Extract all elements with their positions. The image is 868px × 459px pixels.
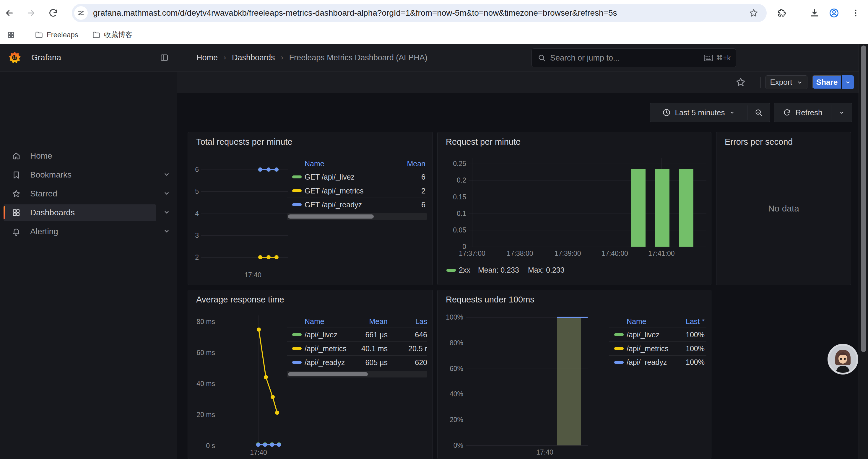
sidebar-item-alerting[interactable]: Alerting	[4, 223, 156, 240]
favorite-star-icon[interactable]	[734, 76, 747, 89]
bookmark-star-icon[interactable]	[745, 8, 763, 18]
legend-col-last[interactable]: Las	[390, 317, 427, 326]
series-chip	[292, 361, 302, 364]
breadcrumb-separator: ›	[224, 54, 226, 62]
legend-col-name[interactable]: Name	[305, 317, 354, 326]
legend-row[interactable]: /api/_livez 661 µs 646	[287, 328, 427, 341]
forward-icon[interactable]	[25, 7, 37, 19]
dashboard-canvas: Last 5 minutes Refresh Total requests pe…	[177, 93, 868, 459]
legend-row[interactable]: /api/_metrics 100%	[609, 341, 706, 355]
y-axis-tick-label: 20%	[437, 416, 463, 424]
legend-row[interactable]: GET /api/_livez 6	[287, 170, 427, 184]
y-axis-tick-label: 100%	[437, 314, 463, 321]
y-axis-tick-label: 40 ms	[188, 380, 215, 388]
refresh-button[interactable]: Refresh	[774, 103, 831, 122]
dock-menu-icon[interactable]	[159, 53, 169, 62]
breadcrumb-dashboards[interactable]: Dashboards	[232, 53, 275, 62]
panel-errors-per-second[interactable]: Errors per second No data	[716, 132, 851, 285]
legend-col-mean[interactable]: Mean	[392, 160, 427, 168]
series-name[interactable]: GET /api/_metrics	[305, 187, 392, 195]
legend-row[interactable]: /api/_metrics 40.1 ms 20.5 r	[287, 341, 427, 355]
panel-request-per-minute[interactable]: Request per minute 0.250.20.150.10.05017…	[437, 132, 711, 285]
legend-row[interactable]: /api/_readyz 100%	[609, 355, 706, 369]
site-settings-icon[interactable]	[74, 6, 88, 20]
series-name[interactable]: /api/_livez	[305, 330, 354, 339]
panel-average-response-time[interactable]: Average response time 80 ms60 ms40 ms20 …	[188, 290, 433, 459]
sidebar-item-bookmarks[interactable]: Bookmarks	[4, 167, 156, 183]
apps-grid-icon[interactable]	[7, 31, 15, 39]
legend-row[interactable]: GET /api/_metrics 2	[287, 184, 427, 198]
back-icon[interactable]	[4, 7, 16, 19]
legend-inline[interactable]: 2xx Mean: 0.233 Max: 0.233	[446, 266, 565, 274]
sidebar-item-starred[interactable]: Starred	[4, 186, 156, 202]
legend-scrollbar[interactable]	[287, 371, 427, 378]
bookmarks-divider	[26, 31, 26, 39]
share-button[interactable]: Share	[812, 75, 841, 89]
extensions-icon[interactable]	[776, 7, 788, 19]
sidebar-item-home[interactable]: Home	[4, 148, 156, 164]
x-axis-tick-label: 17:39:00	[555, 250, 581, 258]
requests-under-100ms-area-chart: 100%80%60%40%20%0%17:40	[466, 317, 588, 446]
legend-col-name[interactable]: Name	[305, 160, 392, 168]
chevron-down-icon[interactable]	[162, 189, 172, 197]
gridline-y	[466, 446, 588, 446]
legend-row[interactable]: GET /api/_readyz 6	[287, 198, 427, 211]
chevron-down-icon[interactable]	[162, 208, 172, 216]
gridline-x	[472, 158, 472, 247]
series-last: 620	[390, 358, 427, 367]
scrollbar-thumb[interactable]	[288, 215, 374, 219]
legend-table: Name Mean Las /api/_livez 661 µs 646 /ap…	[287, 315, 427, 379]
downloads-icon[interactable]	[809, 7, 820, 19]
panel-requests-under-100ms[interactable]: Requests under 100ms 100%80%60%40%20%0%1…	[437, 290, 711, 459]
page-scrollbar[interactable]	[859, 44, 868, 459]
search-input[interactable]: Search or jump to... ⌘+k	[531, 48, 736, 67]
legend-scrollbar[interactable]	[287, 213, 427, 220]
series-name[interactable]: GET /api/_livez	[305, 173, 392, 182]
chevron-down-icon[interactable]	[162, 227, 172, 235]
legend-col-name[interactable]: Name	[627, 317, 671, 326]
panel-title: Request per minute	[446, 137, 521, 147]
profile-icon[interactable]	[828, 7, 840, 19]
share-menu-button[interactable]	[842, 75, 854, 89]
legend-row[interactable]: /api/_livez 100%	[609, 328, 706, 341]
export-label: Export	[770, 78, 792, 87]
scrollbar-thumb[interactable]	[861, 45, 866, 352]
sidebar-item-dashboards[interactable]: Dashboards	[4, 204, 156, 221]
time-range-picker[interactable]: Last 5 minutes	[650, 103, 747, 122]
series-name[interactable]: /api/_readyz	[627, 358, 671, 366]
refresh-group: Refresh	[774, 103, 852, 122]
series-name[interactable]: /api/_readyz	[305, 358, 354, 367]
series-name[interactable]: /api/_metrics	[305, 345, 354, 353]
y-axis-tick-label: 2	[188, 253, 199, 261]
series-name[interactable]: GET /api/_readyz	[305, 201, 392, 209]
legend-col-mean[interactable]: Mean	[354, 317, 390, 326]
series-name[interactable]: 2xx	[459, 266, 470, 274]
grafana-logo[interactable]	[9, 52, 21, 64]
url-text[interactable]: grafana.mathmast.com/d/deytv4rwavabkb/fr…	[93, 8, 745, 18]
breadcrumb-home[interactable]: Home	[196, 53, 218, 62]
brand-name: Grafana	[31, 53, 61, 62]
zoom-out-button[interactable]	[747, 103, 770, 122]
menu-kebab-icon[interactable]	[850, 7, 862, 19]
series-name[interactable]: /api/_livez	[627, 330, 671, 339]
bookmark-folder-blogs[interactable]: 收藏博客	[92, 30, 132, 40]
chevron-down-icon	[729, 109, 735, 116]
gridline-x	[568, 158, 568, 247]
export-button[interactable]: Export	[766, 75, 807, 89]
gridline-y	[469, 214, 706, 214]
refresh-interval-button[interactable]	[831, 103, 852, 122]
bookmark-folder-freeleaps[interactable]: Freeleaps	[35, 31, 78, 39]
series-last: 100%	[671, 330, 706, 339]
reload-icon[interactable]	[47, 7, 59, 19]
address-bar[interactable]: grafana.mathmast.com/d/deytv4rwavabkb/fr…	[72, 4, 767, 22]
floating-assistant-avatar[interactable]	[828, 344, 858, 374]
gridline-y	[469, 197, 706, 197]
scrollbar-thumb[interactable]	[288, 372, 368, 376]
area-top-line	[557, 317, 588, 318]
chevron-down-icon[interactable]	[162, 170, 172, 178]
series-chip	[292, 203, 302, 206]
series-name[interactable]: /api/_metrics	[627, 345, 671, 353]
legend-col-last[interactable]: Last *	[671, 317, 706, 326]
panel-total-requests[interactable]: Total requests per minute 6543217:40 Nam…	[188, 132, 433, 285]
legend-row[interactable]: /api/_readyz 605 µs 620	[287, 355, 427, 369]
